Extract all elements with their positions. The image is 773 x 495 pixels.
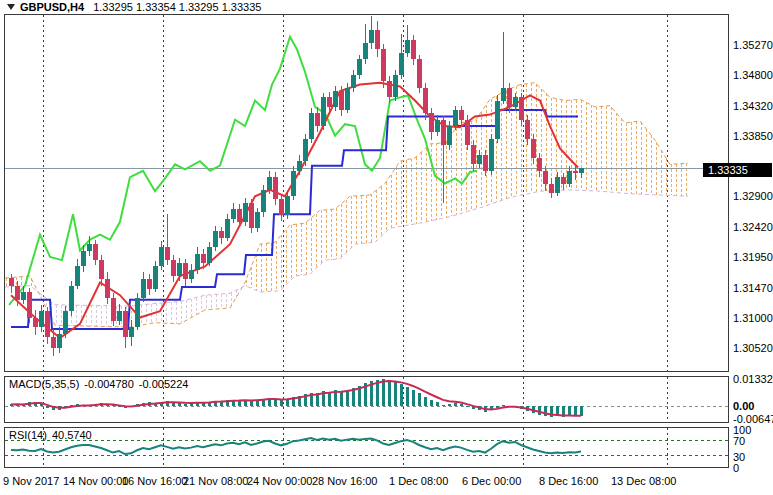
price-axis[interactable]: 1.352701.348001.343201.338501.329001.324… [731,0,773,372]
price-axis-label: 1.34320 [733,100,773,112]
rsi-axis[interactable]: 10070300 [731,427,773,468]
rsi-axis-label: 100 [733,424,751,436]
time-axis-label: 13 Dec 08:00 [611,475,676,487]
time-axis-label: 1 Dec 08:00 [389,475,448,487]
current-price-tag: 1.33335 [703,163,772,177]
price-axis-label: 1.33850 [733,130,773,142]
rsi-panel: RSI(14)40.5740 [4,427,729,468]
macd-value-main: -0.004780 [84,378,134,390]
mt4-chart-window: { "window": { "symbol_title": "GBPUSD,H4… [0,0,773,495]
time-axis-label: 16 Nov 16:00 [122,475,187,487]
price-axis-label: 1.35270 [733,39,773,51]
macd-panel: MACD(5,35,5)-0.004780-0.005224 [4,376,729,423]
price-axis-label: 1.32420 [733,221,773,233]
price-axis-label: 1.32900 [733,190,773,202]
macd-axis-label: 0.00 [733,400,754,412]
rsi-value: 40.5740 [52,429,92,441]
time-axis-label: 28 Nov 16:00 [312,475,377,487]
time-axis-label: 24 Nov 00:00 [247,475,312,487]
time-axis-label: 21 Nov 08:00 [183,475,248,487]
macd-label: MACD(5,35,5)-0.004780-0.005224 [9,378,188,390]
time-axis[interactable]: 9 Nov 201714 Nov 00:0016 Nov 16:0021 Nov… [0,471,773,491]
rsi-axis-label: 70 [733,435,745,447]
price-axis-label: 1.31000 [733,312,773,324]
macd-axis-label: 0.013328 [733,373,773,385]
rsi-label: RSI(14)40.5740 [9,429,92,441]
price-axis-label: 1.34800 [733,69,773,81]
macd-axis[interactable]: 0.0133280.00-0.006477 [731,376,773,423]
time-axis-label: 14 Nov 00:00 [63,475,128,487]
price-axis-label: 1.31950 [733,251,773,263]
chart-title: GBPUSD,H4 1.33295 1.33354 1.33295 1.3333… [7,1,261,13]
time-axis-label: 8 Dec 16:00 [539,475,598,487]
price-axis-label: 1.31470 [733,282,773,294]
ohlc-values: 1.33295 1.33354 1.33295 1.33335 [93,1,261,13]
time-axis-label: 9 Nov 2017 [3,475,59,487]
symbol-dropdown-icon [7,4,15,10]
price-chart-panel [4,14,729,372]
price-axis-label: 1.30520 [733,342,773,354]
symbol-timeframe-label: GBPUSD,H4 [20,1,84,13]
rsi-canvas[interactable] [5,428,728,467]
price-chart-canvas[interactable] [5,15,728,371]
rsi-axis-label: 30 [733,451,745,463]
macd-value-signal: -0.005224 [139,378,189,390]
time-axis-label: 6 Dec 00:00 [462,475,521,487]
